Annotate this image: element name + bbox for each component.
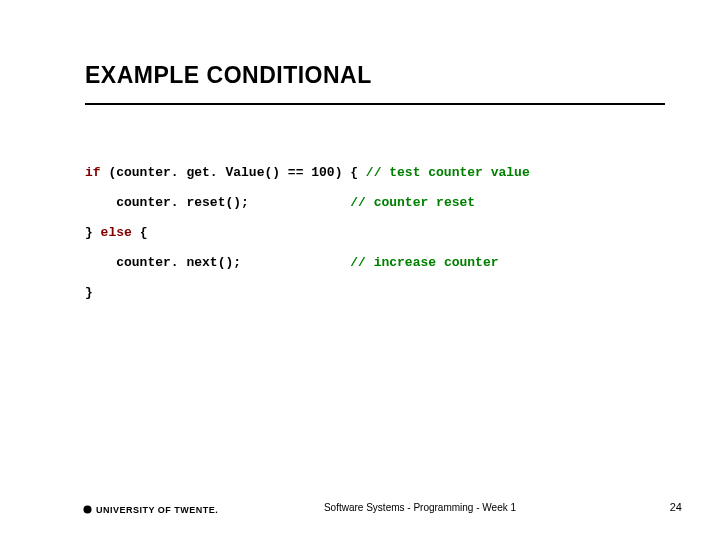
comment: // increase counter: [350, 255, 498, 270]
code-text: {: [132, 225, 148, 240]
code-block: if (counter. get. Value() == 100) { // t…: [85, 158, 530, 308]
comment: // counter reset: [350, 195, 475, 210]
code-text: counter. reset();: [116, 195, 350, 210]
code-indent: [85, 255, 116, 270]
slide-title: EXAMPLE CONDITIONAL: [85, 62, 372, 89]
code-text: counter. next();: [116, 255, 350, 270]
title-underline: [85, 103, 665, 105]
footer-course: Software Systems - Programming - Week 1: [0, 502, 720, 513]
code-text: }: [85, 225, 101, 240]
slide: EXAMPLE CONDITIONAL if (counter. get. Va…: [0, 0, 720, 540]
code-text: (counter. get. Value() == 100) {: [101, 165, 366, 180]
code-indent: [85, 195, 116, 210]
keyword-else: else: [101, 225, 132, 240]
comment: // test counter value: [366, 165, 530, 180]
page-number: 24: [670, 501, 682, 513]
code-text: }: [85, 285, 93, 300]
keyword-if: if: [85, 165, 101, 180]
